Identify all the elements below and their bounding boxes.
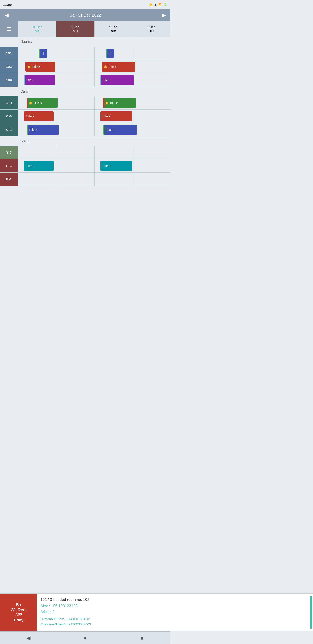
day-cell-c-0-1 <box>56 110 94 123</box>
date-cell-mon[interactable]: 2 Jan Mo <box>94 22 132 37</box>
day-cells-b-3: Title 3 Title 3 <box>18 159 170 172</box>
resource-label-b-2[interactable]: B-2 <box>0 173 18 186</box>
nav-title: Sa - 31 Dec 2022 <box>12 13 159 18</box>
calendar-body: Rooms 101 T T 102 <box>0 37 170 186</box>
wifi-icon: 📶 <box>158 3 162 6</box>
status-time: 11:50 <box>3 3 12 6</box>
signal-icon: ▲ <box>154 3 157 6</box>
booking-t-101-2[interactable]: T <box>106 49 114 58</box>
date-header-row: ☰ 31 Dec Sa 1 Jan Su 2 Jan Mo 3 Jan Tu <box>0 22 170 37</box>
cars-section-title: Cars <box>18 87 170 96</box>
booking-title3-102-0[interactable]: 🔔 Title 3 <box>25 62 55 72</box>
resource-label-c--1[interactable]: C--1 <box>0 96 18 109</box>
day-cells-101: T T <box>18 46 170 60</box>
booking-label: Title 3 <box>32 65 40 68</box>
day-cell-101-3 <box>132 46 170 60</box>
day-cell-b-2-2 <box>94 173 132 186</box>
resource-label-102[interactable]: 102 <box>0 60 18 73</box>
booking-label-c--1-2: Title 8 <box>109 101 118 105</box>
booking-label-c-1-2: Title 2 <box>105 128 113 132</box>
booking-title8-c--1-2[interactable]: 🔔 Title 8 <box>103 98 136 108</box>
bell-icon-2: 🔔 <box>104 65 107 68</box>
day-cell-b-2-1 <box>56 173 94 186</box>
resource-label-c-0[interactable]: C-0 <box>0 110 18 123</box>
day-cell-b-2-0 <box>18 173 56 186</box>
cars-title-text: Cars <box>20 90 28 94</box>
day-num-sat: Sa <box>35 29 39 34</box>
booking-title2-c-1-0[interactable]: Title 2 <box>27 125 59 134</box>
booking-label-2: Title 3 <box>108 65 117 68</box>
resource-row-c-0: C-0 Title 9 Title 9 <box>0 110 170 123</box>
next-button[interactable]: ▶ <box>159 10 169 20</box>
day-num-tue: Tu <box>149 29 154 34</box>
day-cells-y-7 <box>18 146 170 159</box>
day-cell-c-0-3 <box>132 110 170 123</box>
day-cell-101-1 <box>56 46 94 60</box>
booking-title3-b-3-0[interactable]: Title 3 <box>24 161 54 171</box>
day-cell-c-1-3 <box>132 123 170 136</box>
day-cell-103-1 <box>56 73 94 86</box>
booking-title5-103-0[interactable]: Title 5 <box>24 75 55 85</box>
top-nav: ◀ Sa - 31 Dec 2022 ▶ <box>0 9 170 22</box>
booking-label-103-2: Title 5 <box>102 78 111 82</box>
boats-title-text: Boats <box>20 139 29 143</box>
day-cells-b-2 <box>18 173 170 186</box>
day-cells-102: 🔔 Title 3 🔔 Title 3 <box>18 60 170 73</box>
bell-icon-c1-2: 🔔 <box>105 101 109 105</box>
day-cell-c--1-3 <box>132 96 170 109</box>
day-cell-b-3-3 <box>132 159 170 172</box>
booking-title9-c-0-0[interactable]: Title 9 <box>24 111 54 121</box>
resource-label-103[interactable]: 103 <box>0 73 18 86</box>
booking-label-b-3-2: Title 3 <box>102 164 111 168</box>
day-cell-c--1-1 <box>56 96 94 109</box>
notification-icon: 🔔 <box>149 3 153 6</box>
booking-label-c-1-0: Title 2 <box>29 128 37 132</box>
day-num-mon: Mo <box>110 29 116 34</box>
booking-label-b-3-0: Title 3 <box>26 164 34 168</box>
bell-icon-c1: 🔔 <box>29 101 32 105</box>
resource-label-c-1[interactable]: C-1 <box>0 123 18 136</box>
resource-label-y-7[interactable]: Y-7 <box>0 146 18 159</box>
day-cell-b-3-1 <box>56 159 94 172</box>
booking-title9-c-0-2[interactable]: Title 9 <box>100 111 132 121</box>
day-cell-101-2: T <box>94 46 132 60</box>
day-name-sat: 31 Dec <box>32 25 42 29</box>
day-name-sun: 1 Jan <box>71 25 79 29</box>
booking-title2-c-1-2[interactable]: Title 2 <box>103 125 137 134</box>
battery-icon: 🔋 <box>164 3 167 6</box>
status-icons: 🔔 ▲ 📶 🔋 <box>149 3 167 6</box>
booking-label-103-0: Title 5 <box>26 78 34 82</box>
resource-row-y-7: Y-7 <box>0 146 170 159</box>
boats-section-header: Boats <box>0 136 170 146</box>
rooms-section-title: Rooms <box>18 37 170 46</box>
resource-row-b-2: B-2 <box>0 173 170 186</box>
booking-title3-102-2[interactable]: 🔔 Title 3 <box>102 62 135 72</box>
resource-row-102: 102 🔔 Title 3 🔔 Title 3 <box>0 60 170 73</box>
resource-label-b-3[interactable]: B-3 <box>0 159 18 172</box>
day-cells-c-1: Title 2 Title 2 <box>18 123 170 136</box>
day-cell-102-3 <box>132 60 170 73</box>
booking-title3-b-3-2[interactable]: Title 3 <box>100 161 132 171</box>
rooms-title-text: Rooms <box>20 40 32 44</box>
day-name-tue: 3 Jan <box>147 25 156 29</box>
day-cell-101-0: T <box>18 46 56 60</box>
resource-label-101[interactable]: 101 <box>0 46 18 60</box>
date-cell-sat[interactable]: 31 Dec Sa <box>18 22 56 37</box>
booking-title8-c--1-0[interactable]: 🔔 Title 8 <box>27 98 58 108</box>
date-cell-sun[interactable]: 1 Jan Su <box>56 22 94 37</box>
day-cell-y-7-0 <box>18 146 56 159</box>
day-cell-102-1 <box>56 60 94 73</box>
booking-label-c-0-2: Title 9 <box>102 114 111 118</box>
booking-t-101-0[interactable]: T <box>39 49 47 58</box>
day-cell-b-2-3 <box>132 173 170 186</box>
prev-button[interactable]: ◀ <box>2 10 12 20</box>
booking-title5-103-2[interactable]: Title 5 <box>100 75 134 85</box>
resource-row-c-1: C-1 Title 2 Title 2 <box>0 123 170 136</box>
date-cell-tue[interactable]: 3 Jan Tu <box>132 22 170 37</box>
day-cell-y-7-1 <box>56 146 94 159</box>
rooms-section-header: Rooms <box>0 37 170 46</box>
day-name-mon: 2 Jan <box>109 25 117 29</box>
resource-row-c--1: C--1 🔔 Title 8 🔔 Title 8 <box>0 96 170 110</box>
menu-button[interactable]: ☰ <box>0 22 18 37</box>
day-cells-c-0: Title 9 Title 9 <box>18 110 170 123</box>
